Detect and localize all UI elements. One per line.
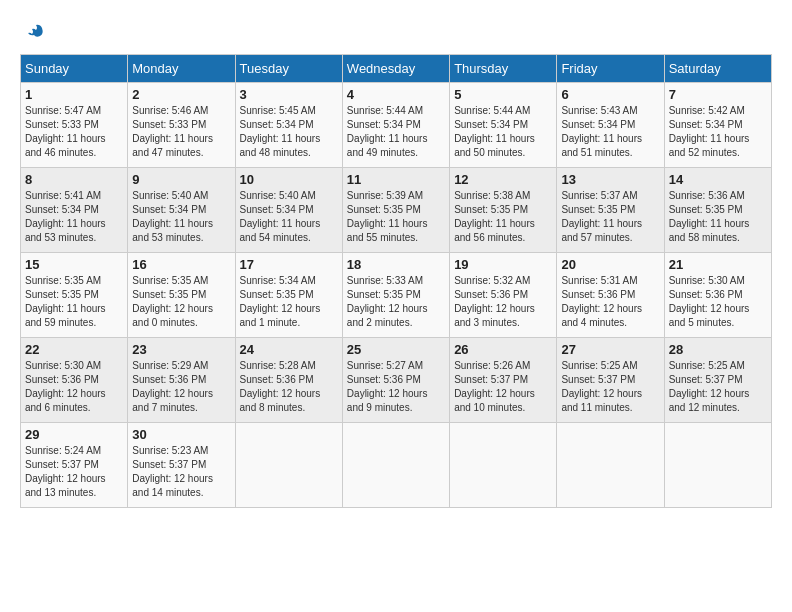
calendar-cell: 9Sunrise: 5:40 AM Sunset: 5:34 PM Daylig…	[128, 168, 235, 253]
day-detail: Sunrise: 5:28 AM Sunset: 5:36 PM Dayligh…	[240, 359, 338, 415]
day-detail: Sunrise: 5:42 AM Sunset: 5:34 PM Dayligh…	[669, 104, 767, 160]
day-detail: Sunrise: 5:40 AM Sunset: 5:34 PM Dayligh…	[132, 189, 230, 245]
day-number: 17	[240, 257, 338, 272]
calendar-cell: 15Sunrise: 5:35 AM Sunset: 5:35 PM Dayli…	[21, 253, 128, 338]
day-detail: Sunrise: 5:43 AM Sunset: 5:34 PM Dayligh…	[561, 104, 659, 160]
day-number: 26	[454, 342, 552, 357]
calendar-week-2: 8Sunrise: 5:41 AM Sunset: 5:34 PM Daylig…	[21, 168, 772, 253]
day-detail: Sunrise: 5:30 AM Sunset: 5:36 PM Dayligh…	[669, 274, 767, 330]
day-number: 29	[25, 427, 123, 442]
calendar-cell: 25Sunrise: 5:27 AM Sunset: 5:36 PM Dayli…	[342, 338, 449, 423]
day-detail: Sunrise: 5:27 AM Sunset: 5:36 PM Dayligh…	[347, 359, 445, 415]
calendar-cell	[235, 423, 342, 508]
calendar-cell	[342, 423, 449, 508]
day-detail: Sunrise: 5:31 AM Sunset: 5:36 PM Dayligh…	[561, 274, 659, 330]
day-detail: Sunrise: 5:24 AM Sunset: 5:37 PM Dayligh…	[25, 444, 123, 500]
day-header-sunday: Sunday	[21, 55, 128, 83]
day-detail: Sunrise: 5:37 AM Sunset: 5:35 PM Dayligh…	[561, 189, 659, 245]
calendar-cell	[450, 423, 557, 508]
calendar-cell: 17Sunrise: 5:34 AM Sunset: 5:35 PM Dayli…	[235, 253, 342, 338]
calendar-cell: 12Sunrise: 5:38 AM Sunset: 5:35 PM Dayli…	[450, 168, 557, 253]
day-number: 1	[25, 87, 123, 102]
calendar-cell: 18Sunrise: 5:33 AM Sunset: 5:35 PM Dayli…	[342, 253, 449, 338]
day-detail: Sunrise: 5:33 AM Sunset: 5:35 PM Dayligh…	[347, 274, 445, 330]
calendar-cell: 16Sunrise: 5:35 AM Sunset: 5:35 PM Dayli…	[128, 253, 235, 338]
day-detail: Sunrise: 5:44 AM Sunset: 5:34 PM Dayligh…	[454, 104, 552, 160]
day-detail: Sunrise: 5:45 AM Sunset: 5:34 PM Dayligh…	[240, 104, 338, 160]
day-number: 16	[132, 257, 230, 272]
day-detail: Sunrise: 5:40 AM Sunset: 5:34 PM Dayligh…	[240, 189, 338, 245]
day-number: 13	[561, 172, 659, 187]
day-number: 6	[561, 87, 659, 102]
calendar-cell: 23Sunrise: 5:29 AM Sunset: 5:36 PM Dayli…	[128, 338, 235, 423]
day-number: 25	[347, 342, 445, 357]
calendar-cell: 8Sunrise: 5:41 AM Sunset: 5:34 PM Daylig…	[21, 168, 128, 253]
calendar-cell: 14Sunrise: 5:36 AM Sunset: 5:35 PM Dayli…	[664, 168, 771, 253]
day-detail: Sunrise: 5:26 AM Sunset: 5:37 PM Dayligh…	[454, 359, 552, 415]
calendar-cell: 5Sunrise: 5:44 AM Sunset: 5:34 PM Daylig…	[450, 83, 557, 168]
day-header-monday: Monday	[128, 55, 235, 83]
day-header-thursday: Thursday	[450, 55, 557, 83]
day-number: 24	[240, 342, 338, 357]
day-header-friday: Friday	[557, 55, 664, 83]
day-number: 8	[25, 172, 123, 187]
day-detail: Sunrise: 5:46 AM Sunset: 5:33 PM Dayligh…	[132, 104, 230, 160]
day-number: 18	[347, 257, 445, 272]
day-detail: Sunrise: 5:34 AM Sunset: 5:35 PM Dayligh…	[240, 274, 338, 330]
calendar-cell: 28Sunrise: 5:25 AM Sunset: 5:37 PM Dayli…	[664, 338, 771, 423]
calendar-cell: 3Sunrise: 5:45 AM Sunset: 5:34 PM Daylig…	[235, 83, 342, 168]
calendar-cell: 11Sunrise: 5:39 AM Sunset: 5:35 PM Dayli…	[342, 168, 449, 253]
day-detail: Sunrise: 5:35 AM Sunset: 5:35 PM Dayligh…	[132, 274, 230, 330]
day-header-wednesday: Wednesday	[342, 55, 449, 83]
day-number: 30	[132, 427, 230, 442]
day-number: 3	[240, 87, 338, 102]
day-detail: Sunrise: 5:36 AM Sunset: 5:35 PM Dayligh…	[669, 189, 767, 245]
day-number: 20	[561, 257, 659, 272]
day-number: 23	[132, 342, 230, 357]
day-number: 9	[132, 172, 230, 187]
day-detail: Sunrise: 5:29 AM Sunset: 5:36 PM Dayligh…	[132, 359, 230, 415]
day-detail: Sunrise: 5:44 AM Sunset: 5:34 PM Dayligh…	[347, 104, 445, 160]
day-detail: Sunrise: 5:35 AM Sunset: 5:35 PM Dayligh…	[25, 274, 123, 330]
calendar-cell: 2Sunrise: 5:46 AM Sunset: 5:33 PM Daylig…	[128, 83, 235, 168]
day-number: 15	[25, 257, 123, 272]
calendar-table: SundayMondayTuesdayWednesdayThursdayFrid…	[20, 54, 772, 508]
day-detail: Sunrise: 5:30 AM Sunset: 5:36 PM Dayligh…	[25, 359, 123, 415]
logo-bird-icon	[22, 20, 46, 44]
calendar-cell: 30Sunrise: 5:23 AM Sunset: 5:37 PM Dayli…	[128, 423, 235, 508]
calendar-cell: 27Sunrise: 5:25 AM Sunset: 5:37 PM Dayli…	[557, 338, 664, 423]
day-number: 2	[132, 87, 230, 102]
day-detail: Sunrise: 5:25 AM Sunset: 5:37 PM Dayligh…	[561, 359, 659, 415]
day-detail: Sunrise: 5:41 AM Sunset: 5:34 PM Dayligh…	[25, 189, 123, 245]
day-number: 11	[347, 172, 445, 187]
day-number: 5	[454, 87, 552, 102]
calendar-cell: 20Sunrise: 5:31 AM Sunset: 5:36 PM Dayli…	[557, 253, 664, 338]
calendar-cell: 26Sunrise: 5:26 AM Sunset: 5:37 PM Dayli…	[450, 338, 557, 423]
calendar-week-5: 29Sunrise: 5:24 AM Sunset: 5:37 PM Dayli…	[21, 423, 772, 508]
logo	[20, 20, 46, 44]
day-number: 19	[454, 257, 552, 272]
day-header-saturday: Saturday	[664, 55, 771, 83]
day-number: 14	[669, 172, 767, 187]
day-header-tuesday: Tuesday	[235, 55, 342, 83]
day-headers-row: SundayMondayTuesdayWednesdayThursdayFrid…	[21, 55, 772, 83]
day-number: 21	[669, 257, 767, 272]
day-detail: Sunrise: 5:39 AM Sunset: 5:35 PM Dayligh…	[347, 189, 445, 245]
calendar-cell: 21Sunrise: 5:30 AM Sunset: 5:36 PM Dayli…	[664, 253, 771, 338]
calendar-cell: 22Sunrise: 5:30 AM Sunset: 5:36 PM Dayli…	[21, 338, 128, 423]
calendar-cell	[664, 423, 771, 508]
day-number: 7	[669, 87, 767, 102]
calendar-cell: 19Sunrise: 5:32 AM Sunset: 5:36 PM Dayli…	[450, 253, 557, 338]
calendar-week-1: 1Sunrise: 5:47 AM Sunset: 5:33 PM Daylig…	[21, 83, 772, 168]
calendar-week-4: 22Sunrise: 5:30 AM Sunset: 5:36 PM Dayli…	[21, 338, 772, 423]
calendar-cell: 1Sunrise: 5:47 AM Sunset: 5:33 PM Daylig…	[21, 83, 128, 168]
calendar-header: SundayMondayTuesdayWednesdayThursdayFrid…	[21, 55, 772, 83]
page-header	[20, 20, 772, 44]
day-detail: Sunrise: 5:38 AM Sunset: 5:35 PM Dayligh…	[454, 189, 552, 245]
calendar-cell	[557, 423, 664, 508]
calendar-week-3: 15Sunrise: 5:35 AM Sunset: 5:35 PM Dayli…	[21, 253, 772, 338]
calendar-cell: 10Sunrise: 5:40 AM Sunset: 5:34 PM Dayli…	[235, 168, 342, 253]
calendar-cell: 24Sunrise: 5:28 AM Sunset: 5:36 PM Dayli…	[235, 338, 342, 423]
day-number: 12	[454, 172, 552, 187]
day-detail: Sunrise: 5:25 AM Sunset: 5:37 PM Dayligh…	[669, 359, 767, 415]
